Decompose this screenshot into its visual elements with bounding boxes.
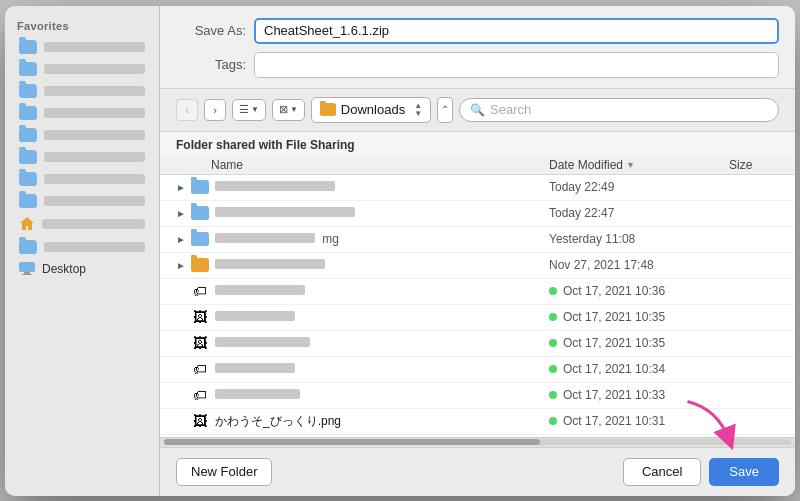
blurred-name: [215, 233, 315, 243]
save-button[interactable]: Save: [709, 458, 779, 486]
folder-icon: [19, 194, 37, 208]
save-dialog: Favorites: [5, 6, 795, 496]
col-date-header[interactable]: Date Modified ▼: [549, 158, 729, 172]
blurred-name: [215, 337, 310, 347]
sidebar-item-8[interactable]: [9, 190, 155, 212]
file-icon: 🏷: [190, 387, 210, 403]
sidebar-item-label-3: [44, 86, 145, 96]
sidebar-item-2[interactable]: [9, 58, 155, 80]
sidebar-item-desktop[interactable]: Desktop: [9, 258, 155, 280]
folder-icon: [19, 240, 37, 254]
folder-icon: [19, 172, 37, 186]
table-row[interactable]: ► Today 22:47: [160, 201, 795, 227]
sidebar-item-6[interactable]: [9, 146, 155, 168]
expand-button[interactable]: ⌃: [437, 97, 453, 123]
status-dot: [549, 339, 557, 347]
sidebar-section-title: Favorites: [5, 14, 159, 36]
home-icon: [19, 216, 35, 232]
search-box[interactable]: 🔍 Search: [459, 98, 779, 122]
forward-button[interactable]: ›: [204, 99, 226, 121]
cancel-button[interactable]: Cancel: [623, 458, 701, 486]
folder-icon: [19, 62, 37, 76]
sidebar-item-label-5: [44, 130, 145, 140]
folder-icon: [191, 206, 209, 220]
save-as-input[interactable]: [254, 18, 779, 44]
scrollbar-thumb[interactable]: [164, 439, 540, 445]
tags-input[interactable]: [254, 52, 779, 78]
file-name-text: かわうそ_びっくり.png: [215, 414, 341, 428]
top-area: Save As: Tags:: [160, 6, 795, 89]
grid-chevron-icon: ▼: [290, 105, 298, 114]
file-suffix: mg: [322, 232, 339, 246]
sidebar-item-label-8: [44, 196, 145, 206]
section-title: Folder shared with File Sharing: [176, 138, 355, 152]
sidebar-item-3[interactable]: [9, 80, 155, 102]
new-folder-button[interactable]: New Folder: [176, 458, 272, 486]
file-name: [215, 362, 549, 376]
file-icon: 🖼: [190, 413, 210, 429]
file-name: かわうそ_びっくり.png: [215, 413, 549, 430]
location-selector[interactable]: Downloads ▲ ▼: [311, 97, 431, 123]
file-list-container: Folder shared with File Sharing Name Dat…: [160, 132, 795, 447]
sidebar-item-9[interactable]: [9, 236, 155, 258]
file-date: Today 22:49: [549, 180, 729, 194]
grid-view-button[interactable]: ⊠ ▼: [272, 99, 305, 121]
scrollbar-track: [164, 439, 791, 445]
file-date: Oct 17, 2021 10:35: [549, 336, 729, 350]
list-icon: ☰: [239, 103, 249, 116]
table-row[interactable]: 🏷 Oct 17, 2021 10:33: [160, 383, 795, 409]
file-icon: 🏷: [190, 361, 210, 377]
location-folder-icon: [320, 103, 336, 116]
column-headers: Name Date Modified ▼ Size: [160, 156, 795, 175]
sidebar-item-4[interactable]: [9, 102, 155, 124]
col-name-header: Name: [211, 158, 549, 172]
file-date: Oct 17, 2021 10:31: [549, 414, 729, 428]
horizontal-scrollbar[interactable]: [160, 437, 795, 447]
table-row[interactable]: 🖼 かわうそ_びっくり.png Oct 17, 2021 10:31: [160, 409, 795, 435]
desktop-icon: [19, 262, 35, 275]
svg-rect-2: [22, 274, 32, 275]
status-dot: [549, 417, 557, 425]
file-name: [215, 284, 549, 298]
back-button[interactable]: ‹: [176, 99, 198, 121]
search-icon: 🔍: [470, 103, 485, 117]
table-row[interactable]: 🖼 Oct 17, 2021 10:35: [160, 305, 795, 331]
folder-icon: [19, 128, 37, 142]
file-date: Oct 17, 2021 10:33: [549, 388, 729, 402]
table-row[interactable]: ► Today 22:49: [160, 175, 795, 201]
blurred-name: [215, 259, 325, 269]
tags-row: Tags:: [176, 52, 779, 78]
folder-icon: [19, 150, 37, 164]
table-row[interactable]: 🏷 Oct 17, 2021 10:36: [160, 279, 795, 305]
file-name: [215, 336, 549, 350]
file-icon: 🖼: [190, 309, 210, 325]
status-dot: [549, 365, 557, 373]
table-row[interactable]: 🖼 Oct 17, 2021 10:35: [160, 331, 795, 357]
file-icon: [190, 257, 210, 273]
file-date: Yesterday 11:08: [549, 232, 729, 246]
file-icon: [190, 205, 210, 221]
blurred-name: [215, 181, 335, 191]
svg-rect-0: [19, 262, 35, 272]
folder-orange-icon: [191, 258, 209, 272]
file-list-header: Folder shared with File Sharing: [160, 132, 795, 156]
sidebar-item-5[interactable]: [9, 124, 155, 146]
sidebar-item-7[interactable]: [9, 168, 155, 190]
sidebar-item-1[interactable]: [9, 36, 155, 58]
blurred-name: [215, 311, 295, 321]
table-row[interactable]: ► mg Yesterday 11:08: [160, 227, 795, 253]
status-dot: [549, 313, 557, 321]
file-name: [215, 206, 549, 220]
file-date: Today 22:47: [549, 206, 729, 220]
sidebar-item-label-1: [44, 42, 145, 52]
file-icon: [190, 179, 210, 195]
table-row[interactable]: ► Nov 27, 2021 17:48: [160, 253, 795, 279]
sidebar-item-home[interactable]: [9, 212, 155, 236]
sidebar-item-label-6: [44, 152, 145, 162]
list-view-button[interactable]: ☰ ▼: [232, 99, 266, 121]
file-rows: ► Today 22:49 ►: [160, 175, 795, 437]
table-row[interactable]: 🏷 Oct 17, 2021 10:34: [160, 357, 795, 383]
save-as-row: Save As:: [176, 18, 779, 44]
status-dot: [549, 287, 557, 295]
blurred-name: [215, 389, 300, 399]
